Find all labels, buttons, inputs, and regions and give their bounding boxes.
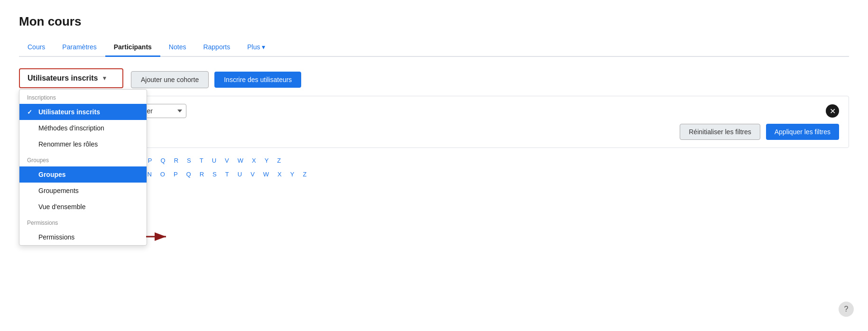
dropdown-item-permissions[interactable]: Permissions (19, 229, 147, 245)
filter-actions: Réinitialiser les filtres Appliquer les … (29, 124, 839, 140)
apply-filters-button[interactable]: Appliquer les filtres (766, 124, 839, 140)
chevron-down-icon: ▾ (262, 43, 265, 51)
letter-btn2-u[interactable]: U (234, 169, 246, 179)
letter-btn2-y[interactable]: Y (286, 169, 298, 179)
tab-parametres[interactable]: Paramètres (54, 38, 105, 57)
letter-btn-u[interactable]: U (208, 156, 220, 166)
letter-btn-s[interactable]: S (183, 156, 195, 166)
letter-btn2-o[interactable]: O (157, 169, 169, 179)
dropdown-item-utilisateurs-inscrits[interactable]: ✓ Utilisateurs inscrits (19, 104, 147, 120)
section-label-groupes: Groupes (19, 152, 147, 166)
help-button[interactable]: ? (839, 302, 854, 317)
close-icon: ✕ (830, 107, 836, 116)
letter-btn-w[interactable]: W (234, 156, 247, 166)
dropdown-item-groupes[interactable]: Groupes (19, 166, 147, 183)
letter-btn2-z[interactable]: Z (299, 169, 310, 179)
filter-row: Sélectionner ✕ (29, 104, 839, 118)
letter-btn-r[interactable]: R (170, 156, 182, 166)
letter-btn2-q[interactable]: Q (183, 169, 195, 179)
ajouter-cohorte-button[interactable]: Ajouter une cohorte (131, 71, 209, 88)
letter-btn-t[interactable]: T (196, 156, 207, 166)
section-label-inscriptions: Inscriptions (19, 90, 147, 104)
inscrire-utilisateurs-button[interactable]: Inscrire des utilisateurs (214, 72, 301, 88)
letter-btn2-x[interactable]: X (274, 169, 286, 179)
letter-btn2-s[interactable]: S (209, 169, 221, 179)
tab-notes[interactable]: Notes (160, 38, 195, 57)
reset-filters-button[interactable]: Réinitialiser les filtres (680, 124, 760, 140)
dropdown-wrapper: Utilisateurs inscrits ▼ Inscriptions ✓ U… (19, 68, 123, 88)
dropdown-caret-icon: ▼ (102, 75, 108, 82)
letter-btn-q[interactable]: Q (157, 156, 169, 166)
letter-btn-v[interactable]: V (221, 156, 233, 166)
check-icon: ✓ (27, 109, 35, 116)
letter-btn-x[interactable]: X (248, 156, 260, 166)
dropdown-item-groupements[interactable]: Groupements (19, 183, 147, 199)
tab-rapports[interactable]: Rapports (194, 38, 239, 57)
tab-plus[interactable]: Plus ▾ (239, 38, 274, 57)
letter-btn2-t[interactable]: T (222, 169, 233, 179)
dropdown-menu: Inscriptions ✓ Utilisateurs inscrits Mét… (19, 89, 147, 246)
letter-btn-y[interactable]: Y (261, 156, 273, 166)
dropdown-item-methodes-inscription[interactable]: Méthodes d'inscription (19, 120, 147, 136)
section-label-permissions: Permissions (19, 215, 147, 229)
arrow-indicator (146, 230, 170, 245)
tab-participants[interactable]: Participants (105, 38, 160, 57)
tab-cours[interactable]: Cours (19, 38, 54, 57)
letter-btn2-v[interactable]: V (247, 169, 259, 179)
dropdown-item-renommer-roles[interactable]: Renommer les rôles (19, 136, 147, 152)
letter-btn-z[interactable]: Z (273, 156, 285, 166)
letter-btn2-p[interactable]: P (170, 169, 182, 179)
dropdown-label: Utilisateurs inscrits (28, 74, 98, 83)
action-buttons-row: Ajouter une cohorte Inscrire des utilisa… (131, 68, 301, 88)
letter-btn2-w[interactable]: W (259, 169, 273, 179)
utilisateurs-inscrits-dropdown[interactable]: Utilisateurs inscrits ▼ (19, 68, 123, 88)
letter-btn2-r[interactable]: R (196, 169, 208, 179)
content-area: Utilisateurs inscrits ▼ Inscriptions ✓ U… (19, 68, 849, 88)
dropdown-item-vue-ensemble[interactable]: Vue d'ensemble (19, 199, 147, 215)
tabs-nav: Cours Paramètres Participants Notes Rapp… (19, 38, 849, 57)
page-container: Mon cours Cours Paramètres Participants … (0, 0, 868, 331)
filter-clear-button[interactable]: ✕ (826, 104, 839, 118)
page-title: Mon cours (19, 14, 849, 29)
